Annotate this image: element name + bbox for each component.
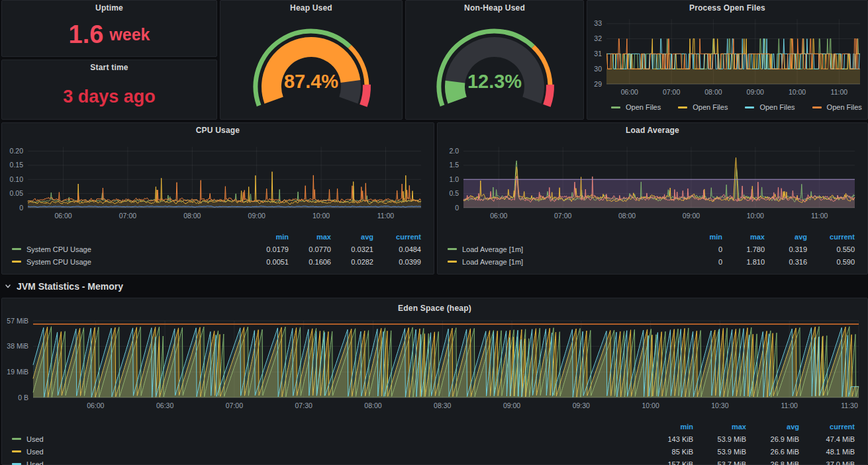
panel-title-non-heap-used[interactable]: Non-Heap Used	[406, 3, 583, 13]
panel-heap-used: Heap Used 87.4%	[220, 0, 403, 120]
legend-stat-header[interactable]: min	[640, 423, 693, 431]
uptime-unit: week	[109, 26, 150, 43]
legend-stat-value: 0.0051	[246, 258, 289, 266]
panel-load-average: Load Average 00.51.01.52.006:0007:0008:0…	[437, 122, 868, 275]
legend-stat-header[interactable]: max	[289, 233, 331, 241]
panel-title-process-open-files[interactable]: Process Open Files	[587, 3, 867, 13]
gauge-value-label: 87.4%	[284, 71, 338, 92]
legend-stat-header[interactable]: avg	[746, 423, 799, 431]
process-open-files-chart[interactable]: 293031323306:0007:0008:0009:0010:0011:00	[589, 15, 865, 100]
legend-stat-value: 0.0179	[246, 245, 289, 253]
legend-label-text: Used	[26, 460, 44, 465]
legend-item[interactable]: Open Files	[678, 103, 728, 111]
legend-stat-header[interactable]: current	[807, 233, 855, 241]
legend-label-text: System CPU Usage	[26, 258, 91, 266]
series-color-swatch-icon	[745, 106, 754, 108]
legend-label[interactable]: Load Average [1m]	[448, 245, 680, 253]
cpu-plot[interactable]: 00.050.100.150.2006:0007:0008:0009:0010:…	[4, 139, 432, 224]
panel-title-cpu-usage[interactable]: CPU Usage	[2, 126, 434, 135]
y-axis-tick-label: 1.0	[449, 175, 459, 183]
eden-space-chart[interactable]: 0 B19 MiB38 MiB57 MiB06:0006:3007:0007:3…	[4, 316, 865, 415]
y-axis-tick-label: 0.10	[10, 175, 24, 183]
legend-row: Used143 KiB53.9 MiB26.9 MiB47.4 MiB	[3, 433, 867, 445]
legend-label[interactable]: Load Average [1m]	[448, 258, 680, 266]
cpu-usage-chart[interactable]: 00.050.100.150.2006:0007:0008:0009:0010:…	[4, 139, 432, 224]
legend-header-row: minmaxavgcurrent	[438, 230, 867, 243]
legend-stat-value: 47.4 MiB	[799, 435, 855, 443]
panel-cpu-usage: CPU Usage 00.050.100.150.2006:0007:0008:…	[1, 122, 434, 275]
y-axis-tick-label: 2.0	[449, 147, 459, 155]
legend-stat-header[interactable]: min	[246, 233, 289, 241]
x-axis-tick-label: 09:00	[503, 402, 520, 409]
series-area	[28, 175, 421, 208]
eden-plot[interactable]: 0 B19 MiB38 MiB57 MiB06:0006:3007:0007:3…	[4, 316, 865, 415]
section-header-jvm-memory[interactable]: JVM Statistics - Memory	[4, 278, 123, 294]
legend-stat-value: 0.316	[765, 258, 807, 266]
gauge-value-label: 12.3%	[467, 71, 522, 92]
legend-stat-value: 53.9 MiB	[693, 448, 746, 456]
legend-stat-header[interactable]: min	[680, 233, 722, 241]
legend-stat-value: 0.319	[765, 245, 807, 253]
legend-label-text: Open Files	[759, 103, 795, 111]
section-title: JVM Statistics - Memory	[17, 281, 123, 292]
panel-title-uptime[interactable]: Uptime	[2, 3, 217, 13]
legend-stat-header[interactable]: current	[373, 233, 421, 241]
y-axis-tick-label: 0	[455, 204, 459, 212]
legend-item[interactable]: Open Files	[745, 103, 795, 111]
series-color-swatch-icon	[611, 106, 620, 108]
legend-stat-header[interactable]: current	[799, 423, 855, 431]
legend-stat-value: 53.7 MiB	[693, 460, 746, 465]
panel-start-time: Start time 3 days ago	[1, 60, 217, 120]
panel-process-open-files: Process Open Files 293031323306:0007:000…	[587, 0, 868, 120]
legend-label-text: Open Files	[827, 103, 862, 111]
panel-title-heap-used[interactable]: Heap Used	[220, 3, 402, 13]
legend-stat-header[interactable]: max	[722, 233, 765, 241]
series-color-swatch-icon	[12, 438, 21, 440]
y-axis-tick-label: 31	[594, 50, 602, 58]
panel-title-eden-space[interactable]: Eden Space (heap)	[2, 304, 867, 313]
x-axis-tick-label: 09:00	[683, 212, 700, 220]
legend-label[interactable]: System CPU Usage	[12, 258, 246, 266]
x-axis-tick-label: 10:00	[789, 88, 806, 96]
legend-stat-value: 0.0770	[289, 245, 331, 253]
open_files-plot[interactable]: 293031323306:0007:0008:0009:0010:0011:00	[589, 15, 865, 100]
cpu-usage-legend: minmaxavgcurrentSystem CPU Usage0.01790.…	[3, 230, 433, 268]
series-color-swatch-icon	[448, 261, 457, 263]
y-axis-tick-label: 0.5	[449, 189, 459, 197]
x-axis-tick-label: 09:00	[248, 212, 265, 220]
panel-title-load-average[interactable]: Load Average	[438, 126, 867, 135]
gauge-threshold-arc	[363, 85, 367, 106]
y-axis-tick-label: 1.5	[449, 161, 459, 169]
series-color-swatch-icon	[812, 106, 822, 108]
legend-label[interactable]: Used	[12, 435, 640, 443]
legend-label[interactable]: System CPU Usage	[12, 245, 246, 253]
legend-label[interactable]: Used	[12, 460, 640, 465]
legend-stat-value: 48.1 MiB	[799, 448, 855, 456]
load-average-chart[interactable]: 00.51.01.52.006:0007:0008:0009:0010:0011…	[440, 139, 865, 224]
legend-row: Load Average [1m]01.8100.3160.590	[438, 255, 867, 268]
chevron-down-icon	[4, 282, 12, 290]
legend-item[interactable]: Open Files	[611, 103, 661, 111]
x-axis-tick-label: 06:00	[54, 212, 72, 220]
baseline-band	[606, 69, 860, 84]
y-axis-tick-label: 0.20	[10, 147, 24, 155]
uptime-number: 1.6	[69, 22, 104, 47]
x-axis-tick-label: 11:00	[811, 212, 828, 220]
x-axis-tick-label: 06:00	[490, 212, 507, 220]
legend-stat-header[interactable]: max	[693, 423, 746, 431]
legend-row: Load Average [1m]01.7800.3190.550	[438, 243, 867, 255]
legend-item[interactable]: Open Files	[812, 103, 862, 111]
legend-label-text: Used	[26, 435, 44, 443]
legend-stat-header[interactable]: avg	[765, 233, 807, 241]
load-plot[interactable]: 00.51.01.52.006:0007:0008:0009:0010:0011…	[440, 139, 865, 224]
legend-label[interactable]: Used	[12, 448, 640, 456]
series-color-swatch-icon	[12, 248, 21, 250]
legend-stat-header[interactable]: avg	[331, 233, 373, 241]
panel-title-start-time[interactable]: Start time	[2, 63, 217, 72]
legend-label-text: System CPU Usage	[26, 245, 91, 253]
x-axis-tick-label: 07:00	[119, 212, 136, 220]
legend-stat-value: 26.8 MiB	[746, 460, 799, 465]
legend-stat-value: 0.590	[807, 258, 855, 266]
gauge-value-arc	[455, 82, 458, 101]
y-axis-tick-label: 19 MiB	[7, 368, 28, 376]
